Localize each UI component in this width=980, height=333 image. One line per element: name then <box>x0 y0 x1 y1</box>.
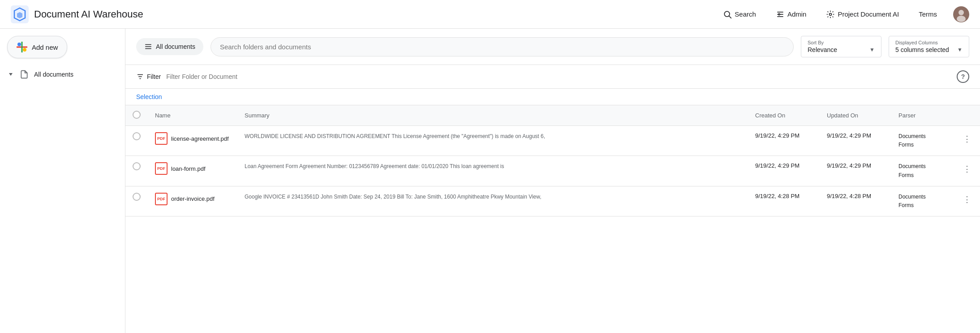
pdf-icon: PDF <box>155 193 168 205</box>
selection-link[interactable]: Selection <box>136 93 162 100</box>
table-body: PDF license-agreement.pdf WORLDWIDE LICE… <box>125 126 980 216</box>
table-row: PDF license-agreement.pdf WORLDWIDE LICE… <box>125 126 980 156</box>
selection-bar: Selection <box>125 89 980 105</box>
row-name-cell[interactable]: PDF loan-form.pdf <box>148 156 237 186</box>
columns-dropdown[interactable]: Displayed Columns 5 columns selected ▼ <box>889 36 969 57</box>
all-documents-label: All documents <box>34 71 73 78</box>
file-cell: PDF license-agreement.pdf <box>155 132 230 145</box>
th-actions <box>954 105 980 126</box>
th-created-on: Created On <box>748 105 820 126</box>
row-summary-cell: Loan Agreement Form Agreement Number: 01… <box>237 156 748 186</box>
sidebar: Add new All documents <box>0 29 125 333</box>
nav-actions: Search Admin Project Document AI Terms <box>719 6 969 22</box>
row-parser: DocumentsForms <box>891 126 954 156</box>
summary-text: Loan Agreement Form Agreement Number: 01… <box>245 163 504 169</box>
svg-point-10 <box>957 16 966 22</box>
parser-text: DocumentsForms <box>898 163 926 178</box>
table-row: PDF order-invoice.pdf Google INVOICE # 2… <box>125 186 980 216</box>
more-options-button[interactable]: ⋮ <box>961 193 973 206</box>
avatar-image <box>953 6 969 22</box>
row-summary-cell: Google INVOICE # 23413561D John Smith Da… <box>237 186 748 216</box>
summary-text: Google INVOICE # 23413561D John Smith Da… <box>245 194 542 200</box>
terms-nav-label: Terms <box>919 10 937 18</box>
th-checkbox <box>125 105 148 126</box>
row-checkbox-cell <box>125 156 148 186</box>
chevron-down-icon: ▼ <box>869 47 875 53</box>
row-name-cell[interactable]: PDF license-agreement.pdf <box>148 126 237 156</box>
filter-bar: Filter ? <box>125 65 980 89</box>
list-icon <box>144 43 152 51</box>
row-actions-cell: ⋮ <box>954 156 980 186</box>
search-icon <box>723 10 732 19</box>
th-updated-on: Updated On <box>820 105 891 126</box>
sidebar-item-all-documents[interactable]: All documents <box>0 65 120 83</box>
sort-by-label: Sort By <box>808 40 875 45</box>
expand-icon <box>7 71 14 78</box>
all-documents-button[interactable]: All documents <box>136 38 203 55</box>
plus-icon <box>17 42 27 52</box>
chevron-down-icon-2: ▼ <box>957 47 963 53</box>
filter-label: Filter <box>147 73 161 80</box>
columns-label: Displayed Columns <box>895 40 963 45</box>
project-nav-button[interactable]: Project Document AI <box>822 8 903 21</box>
app-logo-icon <box>11 5 29 23</box>
gear-icon <box>826 10 835 19</box>
row-updated-on: 9/19/22, 4:28 PM <box>820 186 891 216</box>
documents-table: Name Summary Created On Updated On Parse… <box>125 105 980 216</box>
row-actions-cell: ⋮ <box>954 186 980 216</box>
help-icon[interactable]: ? <box>957 70 969 83</box>
search-input[interactable] <box>211 37 794 56</box>
file-name: loan-form.pdf <box>171 165 206 172</box>
th-parser: Parser <box>891 105 954 126</box>
summary-text: WORLDWIDE LICENSE AND DISTRIBUTION AGREE… <box>245 133 545 139</box>
more-options-button[interactable]: ⋮ <box>961 132 973 146</box>
table-container: Name Summary Created On Updated On Parse… <box>125 105 980 333</box>
row-checkbox-cell <box>125 186 148 216</box>
columns-value: 5 columns selected <box>895 46 949 53</box>
row-created-on: 9/19/22, 4:28 PM <box>748 186 820 216</box>
main-content: All documents Sort By Relevance ▼ Displa… <box>125 29 980 333</box>
row-checkbox[interactable] <box>133 193 141 201</box>
table-row: PDF loan-form.pdf Loan Agreement Form Ag… <box>125 156 980 186</box>
parser-text: DocumentsForms <box>898 133 926 148</box>
svg-point-9 <box>959 10 964 15</box>
parser-text: DocumentsForms <box>898 194 926 208</box>
row-updated-on: 9/19/22, 4:29 PM <box>820 126 891 156</box>
toolbar: All documents Sort By Relevance ▼ Displa… <box>125 29 980 65</box>
filter-icon <box>136 73 144 81</box>
row-summary-cell: WORLDWIDE LICENSE AND DISTRIBUTION AGREE… <box>237 126 748 156</box>
app-body: Add new All documents All documents <box>0 29 980 333</box>
filter-input[interactable] <box>166 73 951 80</box>
th-summary: Summary <box>237 105 748 126</box>
file-cell: PDF order-invoice.pdf <box>155 193 230 205</box>
add-new-button[interactable]: Add new <box>7 36 67 58</box>
sort-by-value: Relevance <box>808 46 837 53</box>
file-cell: PDF loan-form.pdf <box>155 162 230 175</box>
app-logo: Document AI Warehouse <box>11 5 143 23</box>
row-parser: DocumentsForms <box>891 186 954 216</box>
project-nav-label: Project Document AI <box>838 10 899 18</box>
filter-button[interactable]: Filter <box>136 73 161 81</box>
th-name: Name <box>148 105 237 126</box>
search-nav-button[interactable]: Search <box>719 8 760 21</box>
all-documents-btn-label: All documents <box>156 43 195 50</box>
row-parser: DocumentsForms <box>891 156 954 186</box>
row-name-cell[interactable]: PDF order-invoice.pdf <box>148 186 237 216</box>
row-updated-on: 9/19/22, 4:29 PM <box>820 156 891 186</box>
more-options-button[interactable]: ⋮ <box>961 162 973 176</box>
svg-point-7 <box>830 13 832 15</box>
svg-marker-11 <box>9 73 13 76</box>
row-created-on: 9/19/22, 4:29 PM <box>748 156 820 186</box>
row-checkbox-cell <box>125 126 148 156</box>
pdf-icon: PDF <box>155 162 168 175</box>
terms-nav-button[interactable]: Terms <box>915 9 941 20</box>
avatar[interactable] <box>953 6 969 22</box>
admin-icon <box>776 10 785 19</box>
row-checkbox[interactable] <box>133 162 141 170</box>
header-checkbox[interactable] <box>133 111 141 119</box>
admin-nav-label: Admin <box>787 10 807 18</box>
admin-nav-button[interactable]: Admin <box>772 8 810 21</box>
sort-dropdown[interactable]: Sort By Relevance ▼ <box>801 36 881 57</box>
row-actions-cell: ⋮ <box>954 126 980 156</box>
row-checkbox[interactable] <box>133 132 141 140</box>
